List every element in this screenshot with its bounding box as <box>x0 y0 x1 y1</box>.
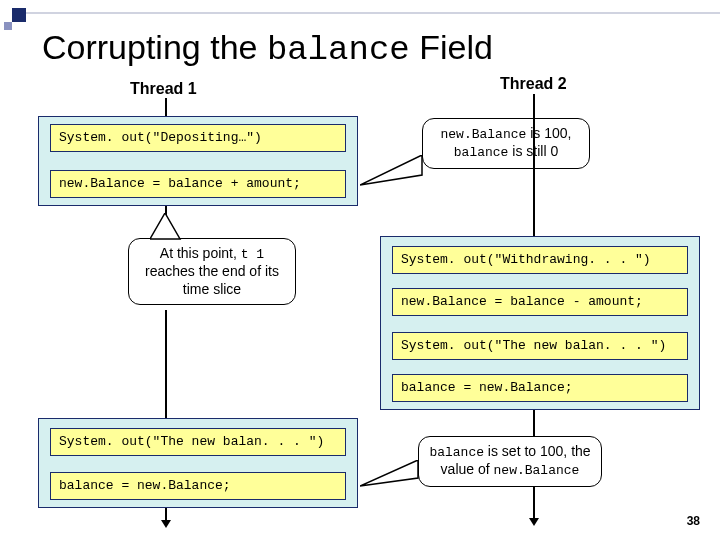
svg-marker-0 <box>360 155 422 185</box>
thread-1-label: Thread 1 <box>130 80 197 98</box>
callout2-tail <box>150 213 190 243</box>
t2-code-4: balance = new.Balance; <box>392 374 688 402</box>
svg-marker-2 <box>360 460 418 486</box>
title-post: Field <box>410 28 493 66</box>
callout-balance-set: balance is set to 100, the value of new.… <box>418 436 602 487</box>
t1-code-4: balance = new.Balance; <box>50 472 346 500</box>
t1-code-1: System. out("Depositing…") <box>50 124 346 152</box>
t2-code-1: System. out("Withdrawing. . . ") <box>392 246 688 274</box>
thread-2-label: Thread 2 <box>500 75 567 93</box>
callout-newbalance: new.Balance is 100, balance is still 0 <box>422 118 590 169</box>
callout3-tail <box>360 460 424 496</box>
title-code: balance <box>267 31 410 69</box>
t1-line-mid <box>165 310 167 418</box>
t1-line-seg <box>165 98 167 116</box>
callout1-tail <box>360 155 430 195</box>
callout-timeslice: At this point, t 1 reaches the end of it… <box>128 238 296 305</box>
svg-marker-1 <box>150 213 180 239</box>
slide-title: Corrupting the balance Field <box>42 28 493 69</box>
t2-line-seg <box>533 94 535 118</box>
title-pre: Corrupting the <box>42 28 267 66</box>
t2-line-top <box>533 118 535 236</box>
t1-arrow-end <box>165 508 167 522</box>
slide-corner-decor <box>0 0 28 40</box>
t1-code-2: new.Balance = balance + amount; <box>50 170 346 198</box>
slide-number: 38 <box>687 514 700 528</box>
t2-code-2: new.Balance = balance - amount; <box>392 288 688 316</box>
t1-code-3: System. out("The new balan. . . ") <box>50 428 346 456</box>
t2-code-3: System. out("The new balan. . . ") <box>392 332 688 360</box>
